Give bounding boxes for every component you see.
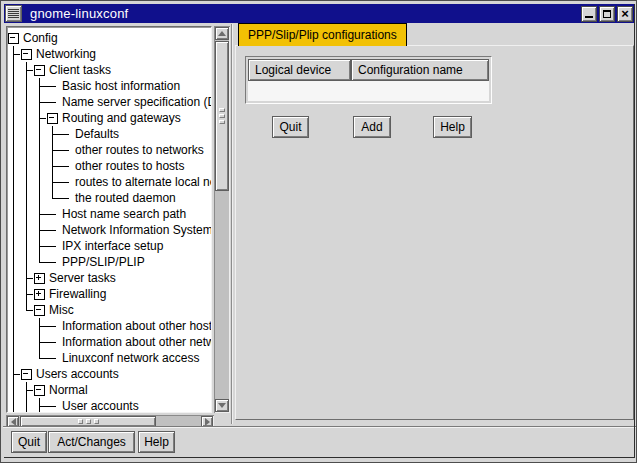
tree-item[interactable]: Information about other hosts	[7, 318, 211, 334]
tree-line	[46, 206, 59, 222]
column-header-configuration-name[interactable]: Configuration name	[351, 59, 489, 81]
tree-line	[46, 94, 59, 110]
tree-item-label: Users accounts	[33, 366, 119, 382]
help-button[interactable]: Help	[433, 116, 472, 138]
tree-line	[7, 94, 20, 110]
tree-item-label: Server tasks	[46, 270, 116, 286]
vertical-scrollbar-thumb[interactable]	[215, 41, 229, 191]
maximize-icon	[603, 10, 611, 18]
tree-line	[59, 174, 72, 190]
tree-line	[20, 270, 33, 286]
act-changes-button[interactable]: Act/Changes	[48, 431, 135, 453]
minus-box-icon[interactable]	[33, 302, 46, 318]
tree-item[interactable]: the routed daemon	[7, 190, 211, 206]
tree-line	[33, 206, 46, 222]
tree-item[interactable]: Misc	[7, 302, 211, 318]
triangle-left-icon	[11, 418, 16, 426]
bottom-quit-button[interactable]: Quit	[11, 431, 47, 453]
tab-ppp-slip-plip[interactable]: PPP/Slip/Plip configurations	[238, 23, 407, 46]
tree-item[interactable]: User accounts	[7, 398, 211, 413]
tree-item[interactable]: Basic host information	[7, 78, 211, 94]
tree-item[interactable]: Firewalling	[7, 286, 211, 302]
scroll-down-button[interactable]	[215, 399, 229, 412]
tree-line	[46, 158, 59, 174]
add-button[interactable]: Add	[353, 116, 391, 138]
plus-box-icon[interactable]	[33, 286, 46, 302]
minimize-icon	[585, 16, 593, 18]
device-table: Logical device Configuration name	[245, 56, 492, 104]
tree-line	[20, 94, 33, 110]
tree-line	[20, 334, 33, 350]
quit-button[interactable]: Quit	[272, 116, 309, 138]
window-menu-button[interactable]	[5, 5, 22, 22]
notebook-page: Logical device Configuration name Quit A…	[235, 45, 634, 420]
window-frame-edge	[4, 457, 635, 458]
tree-line	[59, 190, 72, 206]
tree-line	[7, 238, 20, 254]
tree-item-label: Normal	[46, 382, 88, 398]
tree-line	[7, 206, 20, 222]
tree-line	[7, 174, 20, 190]
tree-item[interactable]: Host name search path	[7, 206, 211, 222]
tree-item[interactable]: Defaults	[7, 126, 211, 142]
tree-line	[59, 158, 72, 174]
column-header-logical-device[interactable]: Logical device	[248, 59, 351, 81]
minus-box-icon[interactable]	[33, 62, 46, 78]
tree-item[interactable]: Server tasks	[7, 270, 211, 286]
tree-item[interactable]: routes to alternate local ne	[7, 174, 211, 190]
window: gnome-linuxconf × ConfigNetworkingClient…	[0, 0, 637, 463]
tree-line	[33, 110, 46, 126]
minus-box-icon[interactable]	[20, 46, 33, 62]
close-button[interactable]: ×	[617, 6, 633, 22]
tree-item-label: Networking	[33, 46, 96, 62]
tree-item-label: Linuxconf network access	[59, 350, 199, 366]
config-tree: ConfigNetworkingClient tasksBasic host i…	[6, 26, 212, 413]
minus-box-icon[interactable]	[33, 382, 46, 398]
tree-line	[33, 158, 46, 174]
device-list[interactable]	[248, 81, 489, 101]
tree-item[interactable]: other routes to networks	[7, 142, 211, 158]
tree-item[interactable]: Routing and gateways	[7, 110, 211, 126]
tree-item[interactable]: Name server specification (D	[7, 94, 211, 110]
tree-item[interactable]: Normal	[7, 382, 211, 398]
maximize-button[interactable]	[599, 6, 615, 22]
grip-icon	[78, 419, 83, 424]
tree-line	[7, 78, 20, 94]
minus-box-icon[interactable]	[20, 366, 33, 382]
tree-line	[46, 142, 59, 158]
minus-box-icon[interactable]	[46, 110, 59, 126]
tree-line	[20, 302, 33, 318]
tree-line	[20, 158, 33, 174]
tree-item[interactable]: Network Information System	[7, 222, 211, 238]
scroll-up-button[interactable]	[215, 27, 229, 40]
tree-line	[20, 206, 33, 222]
tree-item-label: Information about other netw	[59, 334, 212, 350]
minimize-button[interactable]	[581, 6, 597, 22]
tree-item-label: Routing and gateways	[59, 110, 181, 126]
tree-line	[46, 350, 59, 366]
tree-line	[20, 222, 33, 238]
tree-item[interactable]: Client tasks	[7, 62, 211, 78]
tree-vertical-scrollbar[interactable]	[214, 26, 230, 413]
tree-item[interactable]: Linuxconf network access	[7, 350, 211, 366]
tree-line	[20, 398, 33, 413]
tree-line	[20, 126, 33, 142]
tree-line	[20, 382, 33, 398]
tree-line	[7, 270, 20, 286]
bottom-help-button[interactable]: Help	[138, 431, 175, 453]
tree-item-label: PPP/SLIP/PLIP	[59, 254, 145, 270]
plus-box-icon[interactable]	[33, 270, 46, 286]
tree-line	[59, 126, 72, 142]
tree-item[interactable]: PPP/SLIP/PLIP	[7, 254, 211, 270]
tree-line	[20, 62, 33, 78]
tree-item[interactable]: Information about other netw	[7, 334, 211, 350]
tree-item[interactable]: other routes to hosts	[7, 158, 211, 174]
tree-line	[20, 142, 33, 158]
tree-item[interactable]: Config	[7, 30, 211, 46]
minus-box-icon[interactable]	[7, 30, 20, 46]
tree-item[interactable]: Networking	[7, 46, 211, 62]
tree-line	[7, 254, 20, 270]
tree-item-label: Misc	[46, 302, 74, 318]
tree-item[interactable]: Users accounts	[7, 366, 211, 382]
tree-item[interactable]: IPX interface setup	[7, 238, 211, 254]
